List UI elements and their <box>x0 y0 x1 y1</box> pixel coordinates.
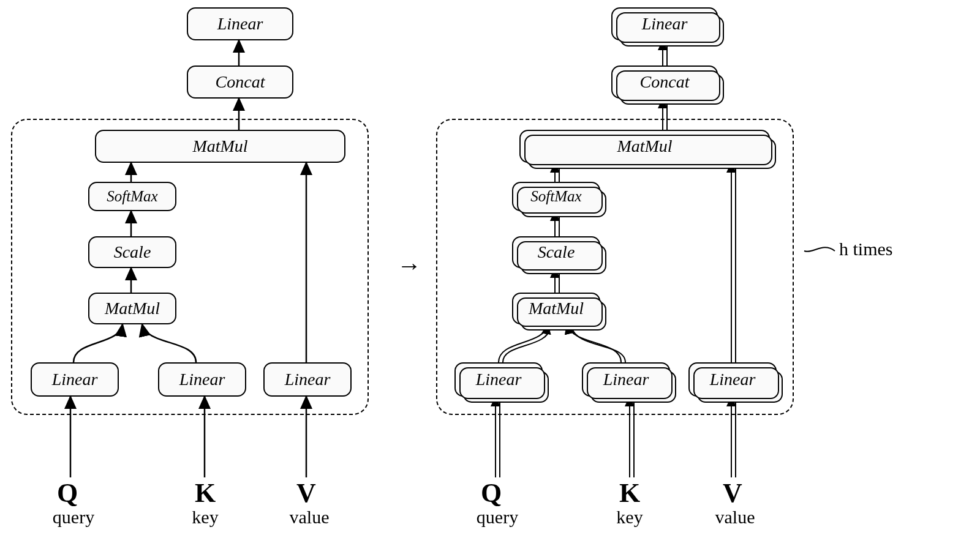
transition-arrow: → <box>397 251 421 280</box>
arrows-left <box>0 0 380 538</box>
text-linear: Linear <box>642 14 688 34</box>
annotation-h-times: h times <box>839 239 893 260</box>
box-linear-k-right: Linear <box>582 362 670 397</box>
text-linear: Linear <box>710 370 756 389</box>
box-matmul-bottom-right: MatMul <box>512 293 600 324</box>
text-matmul: MatMul <box>529 299 584 318</box>
box-matmul-top-right: MatMul <box>519 130 770 163</box>
box-linear-q-right: Linear <box>454 362 543 397</box>
box-concat-right: Concat <box>611 65 718 99</box>
text-concat: Concat <box>640 72 690 92</box>
text-scale: Scale <box>538 242 575 262</box>
box-softmax-right: SoftMax <box>512 182 600 211</box>
attention-diagram: Linear Concat MatMul SoftMax Scale MatMu… <box>0 0 980 538</box>
box-linear-top-right: Linear <box>611 7 718 40</box>
text-softmax: SoftMax <box>530 188 581 205</box>
text-linear: Linear <box>603 370 649 389</box>
box-scale-right: Scale <box>512 236 600 268</box>
box-linear-v-right: Linear <box>688 362 777 397</box>
text-linear: Linear <box>476 370 522 389</box>
text-matmul: MatMul <box>617 136 672 156</box>
